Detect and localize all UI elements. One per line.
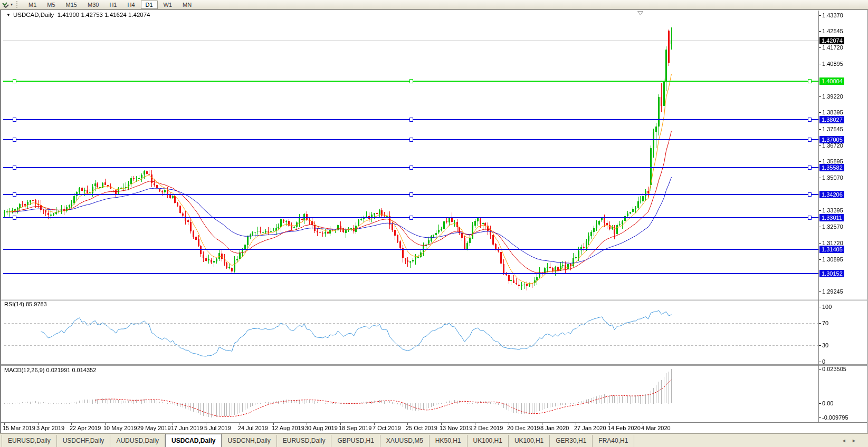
chart-symbol-label: USDCAD,Daily bbox=[13, 12, 54, 18]
macd-axis-tick: 0.00 bbox=[822, 400, 833, 407]
date-label: 5 Jul 2019 bbox=[204, 425, 231, 432]
current-price-label: 1.42074 bbox=[819, 37, 844, 44]
symbol-tab-bar: EURUSD,DailyUSDCHF,DailyAUDUSD,DailyUSDC… bbox=[0, 433, 868, 447]
chart-ohlc-values: 1.41900 1.42753 1.41624 1.42074 bbox=[58, 12, 150, 18]
timeframe-button-group: M1M5M15M30H1H4D1W1MN bbox=[23, 1, 197, 9]
date-label: 20 Dec 2019 bbox=[507, 425, 540, 432]
price-axis-tick: 1.30895 bbox=[822, 256, 843, 263]
date-label: 17 Jun 2019 bbox=[171, 425, 203, 432]
chart-mode-icon-glyph bbox=[2, 1, 10, 8]
price-axis-tick: 1.39220 bbox=[822, 93, 843, 100]
price-axis-tick: 1.37545 bbox=[822, 126, 843, 133]
price-axis-tick: 1.32570 bbox=[822, 224, 843, 230]
timeframe-m5[interactable]: M5 bbox=[42, 1, 60, 9]
timeframe-h4[interactable]: H4 bbox=[122, 1, 139, 9]
date-label: 4 Mar 2020 bbox=[641, 425, 671, 432]
timeframe-d1[interactable]: D1 bbox=[141, 1, 158, 9]
date-label: 7 Oct 2019 bbox=[373, 425, 401, 432]
macd-axis-tick: 0.023505 bbox=[822, 366, 846, 373]
macd-axis-tick: -0.009795 bbox=[822, 414, 848, 421]
price-line-label: 1.37005 bbox=[819, 136, 844, 143]
toolbar-grip-handle[interactable] bbox=[16, 1, 20, 8]
date-label: 29 May 2019 bbox=[137, 425, 171, 432]
price-line-label: 1.35582 bbox=[819, 164, 844, 171]
tab-hk50-h1[interactable]: HK50,H1 bbox=[430, 435, 468, 447]
trading-terminal: { "toolbar": { "dropdown_arrow": "▾", "t… bbox=[0, 0, 868, 447]
tab-eurusd-daily[interactable]: EURUSD,Daily bbox=[2, 435, 57, 447]
tab-audusd-daily[interactable]: AUDUSD,Daily bbox=[110, 435, 165, 447]
timeframe-mn[interactable]: MN bbox=[178, 1, 196, 9]
date-label: 25 Oct 2019 bbox=[406, 425, 437, 432]
tab-uk100-h1[interactable]: UK100,H1 bbox=[509, 435, 550, 447]
rsi-axis-tick: 70 bbox=[822, 320, 828, 327]
date-label: 3 Apr 2019 bbox=[36, 425, 64, 432]
tab-usdcnh-daily[interactable]: USDCNH,Daily bbox=[222, 435, 276, 447]
tab-scroll-nav: ◄ ► bbox=[840, 438, 859, 447]
date-label: 10 May 2019 bbox=[103, 425, 137, 432]
chart-title: ▼USDCAD,Daily 1.41900 1.42753 1.41624 1.… bbox=[6, 12, 150, 18]
date-label: 13 Nov 2019 bbox=[440, 425, 472, 432]
macd-name: MACD(12,26,9) bbox=[4, 367, 44, 373]
rsi-indicator-label: RSI(14) 85.9783 bbox=[4, 301, 47, 307]
price-line-label: 1.30152 bbox=[819, 270, 844, 277]
date-label: 30 Aug 2019 bbox=[305, 425, 338, 432]
price-axis-tick: 1.38395 bbox=[822, 109, 843, 116]
tab-scroll-right-icon[interactable]: ► bbox=[852, 438, 856, 443]
timeframe-h1[interactable]: H1 bbox=[104, 1, 121, 9]
chart-title-dropdown-icon[interactable]: ▼ bbox=[6, 13, 11, 17]
tab-gbpusd-h1[interactable]: GBPUSD,H1 bbox=[331, 435, 380, 447]
rsi-name: RSI(14) bbox=[4, 301, 24, 307]
price-axis-tick: 1.33395 bbox=[822, 207, 843, 214]
chart-mode-icon[interactable] bbox=[2, 1, 10, 8]
date-label: 2 Dec 2019 bbox=[473, 425, 503, 432]
date-label: 14 Feb 2020 bbox=[608, 425, 641, 432]
price-line-label: 1.33011 bbox=[819, 214, 844, 221]
price-line-label: 1.40004 bbox=[819, 77, 844, 85]
date-label: 12 Aug 2019 bbox=[272, 425, 304, 432]
date-label: 22 Apr 2019 bbox=[70, 425, 101, 432]
price-axis-tick: 1.40895 bbox=[822, 61, 843, 67]
rsi-axis-tick: 0 bbox=[822, 358, 825, 365]
price-axis-tick: 1.43370 bbox=[822, 12, 843, 19]
price-line-label: 1.38027 bbox=[819, 116, 844, 123]
chart-canvas[interactable] bbox=[1, 11, 867, 426]
timeframe-m15[interactable]: M15 bbox=[61, 1, 82, 9]
tab-usdchf-daily[interactable]: USDCHF,Daily bbox=[57, 435, 111, 447]
rsi-value: 85.9783 bbox=[26, 301, 47, 307]
chart-window: ▼USDCAD,Daily 1.41900 1.42753 1.41624 1.… bbox=[0, 9, 868, 433]
tab-uk100-h1[interactable]: UK100,H1 bbox=[468, 435, 509, 447]
rsi-axis-tick: 100 bbox=[822, 304, 832, 310]
tab-eurusd-daily[interactable]: EURUSD,Daily bbox=[277, 435, 332, 447]
tab-fra40-h1[interactable]: FRA40,H1 bbox=[593, 435, 634, 447]
price-axis-tick: 1.35070 bbox=[822, 174, 843, 181]
top-toolbar: ▾ M1M5M15M30H1H4D1W1MN bbox=[0, 0, 868, 9]
date-label: 8 Jan 2020 bbox=[540, 425, 569, 432]
symbol-tabs: EURUSD,DailyUSDCHF,DailyAUDUSD,DailyUSDC… bbox=[0, 435, 634, 447]
price-axis-tick: 1.42545 bbox=[822, 28, 843, 35]
timeframe-m30[interactable]: M30 bbox=[83, 1, 103, 9]
macd-indicator-label: MACD(12,26,9) 0.021991 0.014352 bbox=[4, 367, 96, 373]
price-axis-tick: 1.29245 bbox=[822, 288, 843, 295]
tab-xauusd-m5[interactable]: XAUUSD,M5 bbox=[380, 435, 430, 447]
price-axis-tick: 1.41720 bbox=[822, 44, 843, 51]
chart-mode-dropdown-icon[interactable]: ▾ bbox=[11, 2, 13, 7]
rsi-axis-tick: 30 bbox=[822, 342, 828, 349]
date-label: 18 Sep 2019 bbox=[339, 425, 371, 432]
date-label: 15 Mar 2019 bbox=[3, 425, 35, 432]
timeframe-m1[interactable]: M1 bbox=[24, 1, 41, 9]
date-label: 24 Jul 2019 bbox=[238, 425, 268, 432]
price-line-label: 1.31405 bbox=[819, 246, 844, 253]
tab-usdcad-daily[interactable]: USDCAD,Daily bbox=[165, 434, 222, 447]
tab-scroll-left-icon[interactable]: ◄ bbox=[842, 438, 846, 443]
timeframe-w1[interactable]: W1 bbox=[159, 1, 177, 9]
macd-values: 0.021991 0.014352 bbox=[46, 367, 96, 373]
price-line-label: 1.34206 bbox=[819, 191, 844, 198]
tab-ger30-h1[interactable]: GER30,H1 bbox=[550, 435, 593, 447]
date-label: 27 Jan 2020 bbox=[574, 425, 606, 432]
